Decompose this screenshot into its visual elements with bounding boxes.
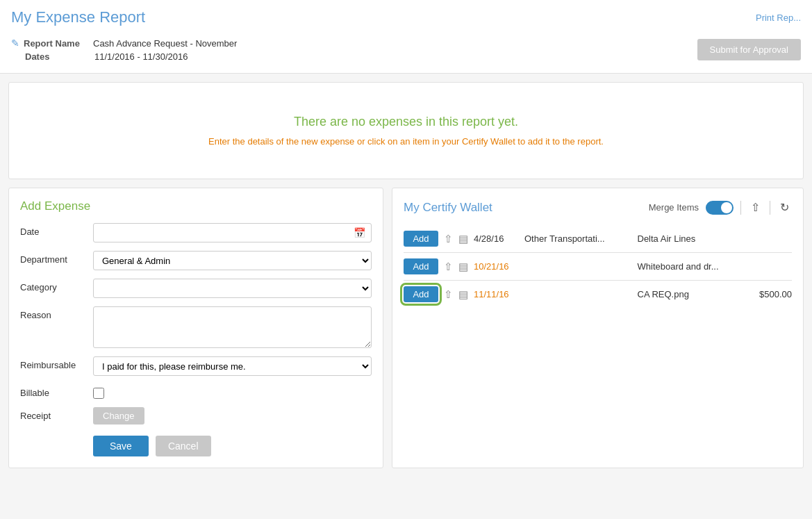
reimbursable-label: Reimbursable [20,356,93,370]
department-row: Department General & Admin Engineering S… [20,251,372,270]
report-dates-row: Dates 11/1/2016 - 11/30/2016 [11,51,801,62]
wallet-item-merchant: CA REQ.png [638,289,745,299]
empty-report-subtitle: Enter the details of the new expense or … [208,136,604,147]
report-name-label: Report Name [24,38,93,49]
wallet-title: My Certify Wallet [404,201,492,215]
report-dates-value: 11/1/2016 - 11/30/2016 [94,51,188,62]
empty-report-area: There are no expenses in this report yet… [8,82,804,179]
divider2 [770,201,770,215]
wallet-item-amount: $500.00 [750,289,792,299]
wallet-item-date: 4/28/16 [474,233,519,244]
date-input-wrapper[interactable]: 📅 [93,223,372,242]
wallet-list-item: Add ⇧ ▤ 10/21/16 Whiteboard and dr... [404,253,792,281]
category-label: Category [20,279,93,293]
page-title: My Expense Report [11,8,145,26]
print-link[interactable]: Print Rep... [756,13,801,23]
toggle-knob [721,202,732,213]
date-label: Date [20,223,93,237]
wallet-panel: My Certify Wallet Merge Items ⇧ ↻ Add ⇧ … [392,188,804,468]
billable-row: Billable [20,384,372,399]
wallet-items-list: Add ⇧ ▤ 4/28/16 Other Transportati... De… [404,225,792,308]
billable-checkbox[interactable] [93,388,104,399]
change-receipt-button[interactable]: Change [93,407,144,425]
upload-icon-button[interactable]: ⇧ [748,199,763,215]
bottom-section: Add Expense Date 📅 Department General & … [8,188,804,468]
calendar-icon: 📅 [354,227,365,238]
department-label: Department [20,251,93,265]
reason-label: Reason [20,306,93,320]
reimbursable-row: Reimbursable I paid for this, please rei… [20,356,372,376]
empty-report-title: There are no expenses in this report yet… [294,115,518,129]
wallet-item-merchant: Whiteboard and dr... [638,261,745,272]
date-row: Date 📅 [20,223,372,242]
submit-approval-button[interactable]: Submit for Approval [697,39,801,60]
wallet-add-button[interactable]: Add [404,258,438,274]
merge-toggle[interactable] [706,201,734,215]
form-actions: Save Cancel [93,436,372,456]
divider [740,201,741,215]
wallet-receipt-icon[interactable]: ▤ [458,288,468,301]
wallet-upload-icon[interactable]: ⇧ [444,233,453,245]
wallet-item-date: 10/21/16 [474,261,519,272]
billable-label: Billable [20,384,93,398]
save-button[interactable]: Save [93,436,149,456]
wallet-receipt-icon[interactable]: ▤ [458,261,468,273]
wallet-upload-icon[interactable]: ⇧ [444,288,453,301]
edit-icon[interactable]: ✎ [11,38,19,49]
cancel-button[interactable]: Cancel [156,436,211,456]
wallet-item-merchant: Delta Air Lines [638,233,745,244]
report-dates-label: Dates [25,51,94,62]
merge-items-label: Merge Items [649,202,699,213]
report-name-row: ✎ Report Name Cash Advance Request - Nov… [11,38,801,49]
wallet-upload-icon[interactable]: ⇧ [444,261,453,273]
reimbursable-select[interactable]: I paid for this, please reimburse me. Co… [93,356,372,376]
add-expense-title: Add Expense [20,199,372,213]
add-expense-panel: Add Expense Date 📅 Department General & … [8,188,383,468]
reason-row: Reason [20,306,372,348]
receipt-label: Receipt [20,407,93,421]
wallet-item-date: 11/11/16 [474,289,519,299]
category-row: Category [20,279,372,298]
report-name-value: Cash Advance Request - November [93,38,237,49]
wallet-controls: Merge Items ⇧ ↻ [649,199,792,215]
wallet-list-item: Add ⇧ ▤ 11/11/16 CA REQ.png $500.00 [404,281,792,308]
reason-textarea[interactable] [93,306,372,348]
wallet-list-item: Add ⇧ ▤ 4/28/16 Other Transportati... De… [404,225,792,253]
wallet-add-button[interactable]: Add [404,231,438,247]
wallet-item-category: Other Transportati... [524,233,632,244]
wallet-add-button[interactable]: Add [404,286,438,302]
refresh-icon-button[interactable]: ↻ [777,199,792,215]
wallet-header: My Certify Wallet Merge Items ⇧ ↻ [404,199,792,215]
receipt-row: Receipt Change [20,407,372,425]
report-meta: ✎ Report Name Cash Advance Request - Nov… [0,32,812,74]
category-select[interactable] [93,279,372,298]
page-header: My Expense Report Print Rep... [0,0,812,32]
wallet-receipt-icon[interactable]: ▤ [458,233,468,245]
department-select[interactable]: General & Admin Engineering Sales Market… [93,251,372,270]
